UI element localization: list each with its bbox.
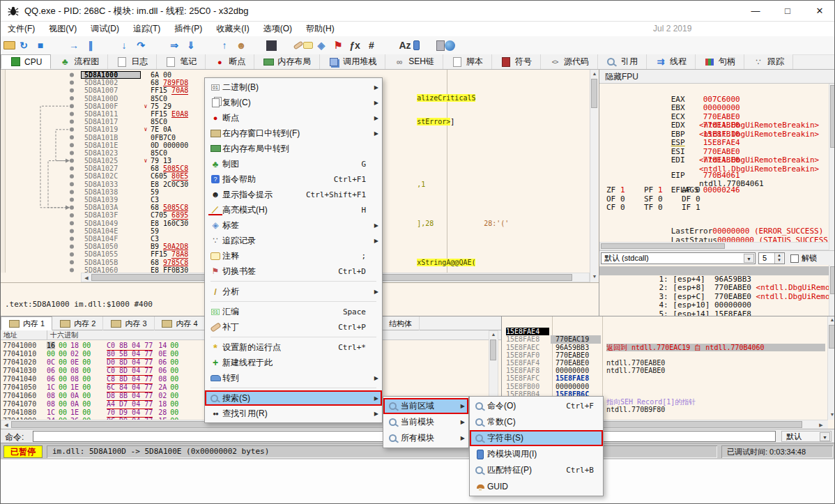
calculator-icon[interactable] [436, 40, 445, 51]
tab-references[interactable]: 引用 [598, 54, 647, 69]
stop-icon[interactable]: ■ [32, 38, 49, 53]
tab-call-stack[interactable]: 调用堆栈 [320, 54, 385, 69]
tab-dump-2[interactable]: 内存 2 [52, 316, 103, 330]
menu-label[interactable]: 标签 ▶ [205, 217, 382, 233]
menu-show-mnemonic-brief[interactable]: 显示指令提示 Ctrl+Shift+F1 [205, 187, 382, 202]
menu-assemble[interactable]: 汇编 Space [205, 304, 382, 319]
run-to-user-code-icon[interactable]: ↑ [216, 38, 233, 53]
menu-analysis[interactable]: 分析 ▶ [205, 284, 382, 299]
tab-dump-4[interactable]: 内存 4 [155, 316, 206, 330]
menu-comment[interactable]: 注释 ; [205, 248, 382, 264]
register-row[interactable]: EDX770EABE0 <ntdll.DbgUiRemoteBreakin> [599, 113, 829, 122]
command-mode-select[interactable]: 默认 ▼ [781, 431, 832, 442]
tab-dump-1[interactable]: 内存 1 [1, 316, 52, 330]
arguments-pane[interactable]: 1: [esp+4] 96A59BB3 2: [esp+8] 770EABE0 … [599, 265, 829, 316]
run-until-user-icon[interactable]: ☻ [233, 38, 250, 53]
menu-new-thread-here[interactable]: 新建线程于此 [205, 355, 382, 370]
stack-vscrollbar[interactable]: ▲ ▼ [827, 316, 835, 420]
disassembly-vscrollbar[interactable]: ▲ ▼ [590, 70, 598, 282]
stack-row[interactable]: 15E8FAEC 770EABE0 ntdll.770EABE0 [502, 335, 827, 343]
restart-icon[interactable]: ↻ [15, 38, 32, 53]
comment-icon[interactable] [303, 42, 313, 49]
internet-help-icon[interactable] [445, 40, 455, 51]
step-over-icon[interactable]: ↷ [132, 38, 149, 53]
menubar-options[interactable]: 选项(O) [256, 22, 299, 36]
tab-handles[interactable]: 句柄 [696, 54, 744, 69]
menu-patch[interactable]: 补丁 Ctrl+P [205, 319, 382, 335]
tab-source[interactable]: 源代码 [541, 54, 598, 69]
dump-row[interactable]: 770410501C001E006C 84 04 772A00 [1, 383, 218, 392]
search-guid[interactable]: GUID [470, 478, 603, 494]
register-row[interactable] [599, 171, 829, 178]
minimize-button[interactable]: — [740, 1, 772, 22]
register-row[interactable]: EDI770EABE0 <ntdll.DbgUiRemoteBreakin> [599, 148, 829, 157]
run-icon[interactable]: → [66, 38, 82, 53]
menu-follow-in-memory-map[interactable]: 在内存布局中转到 [205, 141, 382, 156]
search-command[interactable]: 命令(O) Ctrl+F [470, 398, 603, 414]
registers-vscrollbar[interactable] [829, 84, 835, 250]
intermodular-calls-icon[interactable] [413, 40, 420, 50]
patch-icon[interactable] [293, 41, 304, 50]
tab-threads[interactable]: 线程 [647, 54, 696, 69]
search-pattern[interactable]: 匹配特征(P) Ctrl+B [470, 462, 603, 478]
execute-till-return-icon[interactable]: ⇒ [166, 38, 183, 53]
tab-symbols[interactable]: 符号 [492, 54, 541, 69]
maximize-button[interactable]: □ [772, 1, 804, 22]
tab-graph[interactable]: 流程图 [51, 54, 108, 69]
menu-breakpoint[interactable]: 断点 ▶ [205, 110, 382, 125]
step-out-icon[interactable]: ⇓ [183, 38, 199, 53]
search-intermodular-calls[interactable]: 跨模块调用(I) [470, 446, 603, 462]
menubar-help[interactable]: 帮助(H) [299, 22, 342, 36]
menu-goto[interactable]: 转到 ▶ [205, 370, 382, 385]
submenu-current-module[interactable]: 当前模块 ▶ [383, 414, 468, 430]
tab-cpu[interactable]: CPU [1, 54, 51, 69]
dump-row[interactable]: 770410100000020080 5B 04 770E00 [1, 350, 218, 358]
arguments-vscrollbar[interactable] [829, 265, 835, 316]
menu-binary[interactable]: 二进制(B) ▶ [205, 79, 382, 95]
menubar-trace[interactable]: 追踪(T) [126, 22, 167, 36]
menu-search[interactable]: 搜索(S) ▶ [205, 390, 382, 406]
dump-row[interactable]: 770410200C000E00D0 8D 04 770600 [1, 358, 218, 367]
stack-row[interactable]: 15E8FAF0 770EABE0 ntdll.770EABE0 [502, 344, 827, 351]
menu-copy[interactable]: 复制(C) ▶ [205, 95, 382, 110]
menu-graph[interactable]: 制图 G [205, 156, 382, 171]
register-row[interactable]: EIP770B4061 ntdll.770B4061 [599, 162, 829, 171]
menubar-file[interactable]: 文件(F) [1, 22, 42, 36]
register-row[interactable]: EBP15E8FB10 [599, 121, 829, 130]
register-row[interactable] [599, 156, 829, 162]
menu-find-references[interactable]: 查找引用(R) ▶ [205, 406, 382, 421]
hide-fpu-button[interactable]: 隐藏FPU [599, 70, 835, 84]
search-string-references[interactable]: 字符串(S) [470, 430, 603, 446]
bookmark-icon[interactable]: ⚑ [330, 38, 346, 53]
tab-memory-map[interactable]: 内存布局 [254, 54, 320, 69]
function-icon[interactable]: ƒx [346, 38, 363, 53]
calling-convention-select[interactable]: 默认 (stdcall) ▼ [601, 252, 756, 264]
submenu-all-modules[interactable]: 所有模块 ▶ [383, 430, 468, 446]
register-row[interactable]: ECX770EABE0 <ntdll.DbgUiRemoteBreakin> [599, 104, 829, 113]
register-row[interactable]: EFLAGS00000246 [599, 178, 829, 187]
search-constant[interactable]: 常数(C) [470, 414, 603, 430]
close-button[interactable]: ✕ [804, 1, 835, 22]
tab-script[interactable]: 脚本 [443, 54, 492, 69]
registers-hscrollbar[interactable] [599, 242, 829, 250]
menu-toggle-bookmark[interactable]: 切换书签 Ctrl+D [205, 264, 382, 279]
open-file-icon[interactable] [3, 41, 15, 49]
register-row[interactable]: ESP15E8FAE4 [599, 130, 829, 139]
argument-count-stepper[interactable]: 5 ▲▼ [758, 252, 785, 264]
menu-set-new-origin[interactable]: 设置新的运行点 Ctrl+* [205, 339, 382, 355]
menu-instruction-help[interactable]: 指令帮助 Ctrl+F1 [205, 171, 382, 187]
tab-seh[interactable]: SEH链 [385, 54, 443, 69]
register-row[interactable]: EBX00000000 [599, 96, 829, 105]
tab-log[interactable]: 日志 [108, 54, 157, 69]
dump-row[interactable]: 7704100016001800C0 8B 04 771400 [1, 342, 218, 350]
tab-notes[interactable]: 笔记 [157, 54, 206, 69]
skip-exceptions-icon[interactable] [266, 40, 277, 51]
dump-row[interactable]: 770410801C001E0070 D9 04 772800 [1, 408, 218, 417]
register-row[interactable]: EAX007C6000 [599, 86, 829, 96]
stack-row[interactable]: 15E8FAE8 96A59BB3 [502, 328, 827, 335]
dump-row[interactable]: 7704103006000800C0 8D 04 770600 [1, 367, 218, 375]
dump-row[interactable]: 7704107008000A00A4 D7 04 771800 [1, 400, 218, 408]
menu-trace-record[interactable]: 追踪记录 ▶ [205, 233, 382, 248]
step-into-icon[interactable]: ↓ [116, 38, 132, 53]
registers-list[interactable]: EAX007C6000 EBX00000000 ECX770EABE0 <ntd… [599, 84, 829, 242]
